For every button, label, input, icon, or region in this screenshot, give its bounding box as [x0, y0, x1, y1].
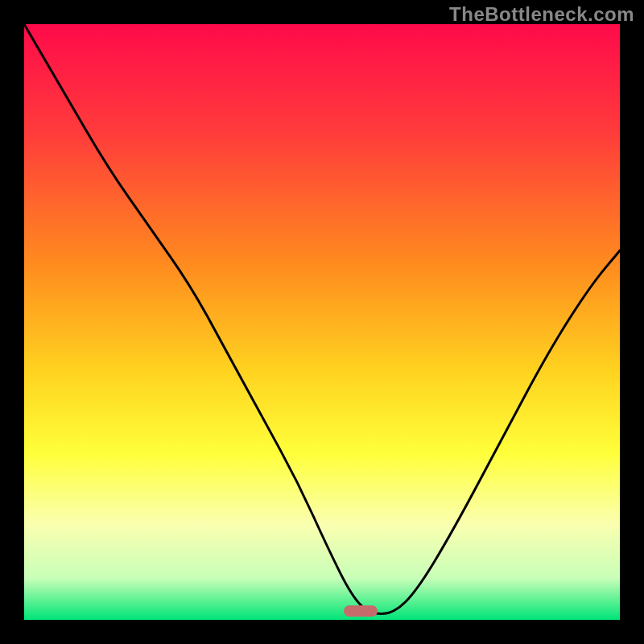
watermark-text: TheBottleneck.com	[449, 3, 634, 26]
curve-path	[24, 24, 620, 614]
optimum-marker	[344, 605, 378, 617]
plot-area	[24, 24, 620, 620]
bottleneck-curve	[24, 24, 620, 620]
chart-frame: TheBottleneck.com	[0, 0, 644, 644]
